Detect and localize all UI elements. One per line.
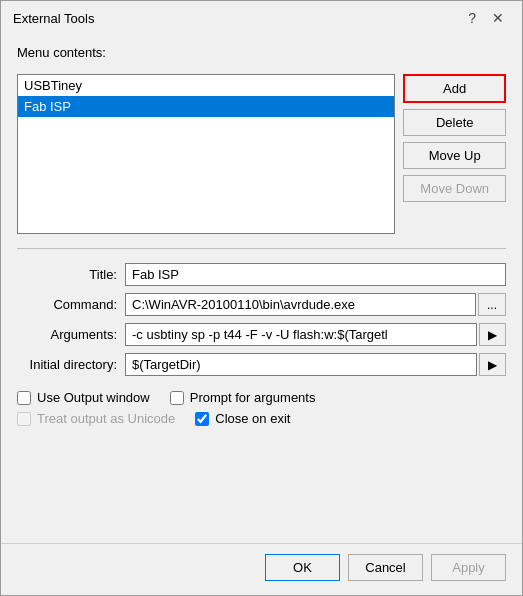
close-on-exit-item[interactable]: Close on exit — [195, 411, 290, 426]
prompt-for-args-item[interactable]: Prompt for arguments — [170, 390, 316, 405]
external-tools-dialog: External Tools ? ✕ Menu contents: USBTin… — [0, 0, 523, 596]
treat-unicode-checkbox — [17, 412, 31, 426]
move-up-button[interactable]: Move Up — [403, 142, 506, 169]
title-input-container — [125, 263, 506, 286]
command-browse-button[interactable]: ... — [478, 293, 506, 316]
prompt-for-args-label: Prompt for arguments — [190, 390, 316, 405]
title-bar-right: ? ✕ — [462, 9, 510, 27]
use-output-window-checkbox[interactable] — [17, 391, 31, 405]
initial-dir-input[interactable] — [125, 353, 477, 376]
initial-dir-arrow-button[interactable]: ▶ — [479, 353, 506, 376]
close-button[interactable]: ✕ — [486, 9, 510, 27]
title-row: Title: — [17, 263, 506, 286]
cancel-button[interactable]: Cancel — [348, 554, 423, 581]
initial-dir-label: Initial directory: — [17, 357, 117, 372]
arguments-input-container: ▶ — [125, 323, 506, 346]
arguments-arrow-button[interactable]: ▶ — [479, 323, 506, 346]
menu-item-fab-isp[interactable]: Fab ISP — [18, 96, 394, 117]
command-input-container: ... — [125, 293, 506, 316]
initial-dir-row: Initial directory: ▶ — [17, 353, 506, 376]
delete-button[interactable]: Delete — [403, 109, 506, 136]
command-input[interactable] — [125, 293, 476, 316]
dialog-title: External Tools — [13, 11, 94, 26]
menu-buttons: Add Delete Move Up Move Down — [403, 74, 506, 202]
treat-unicode-label: Treat output as Unicode — [37, 411, 175, 426]
divider — [17, 248, 506, 249]
command-label: Command: — [17, 297, 117, 312]
move-down-button[interactable]: Move Down — [403, 175, 506, 202]
close-on-exit-label: Close on exit — [215, 411, 290, 426]
menu-item-usbtiney[interactable]: USBTiney — [18, 75, 394, 96]
menu-list[interactable]: USBTiney Fab ISP — [17, 74, 395, 234]
ok-button[interactable]: OK — [265, 554, 340, 581]
title-label: Title: — [17, 267, 117, 282]
help-button[interactable]: ? — [462, 9, 482, 27]
checkbox-section: Use Output window Prompt for arguments T… — [17, 386, 506, 426]
close-on-exit-checkbox[interactable] — [195, 412, 209, 426]
command-row: Command: ... — [17, 293, 506, 316]
add-button[interactable]: Add — [403, 74, 506, 103]
treat-unicode-item: Treat output as Unicode — [17, 411, 175, 426]
prompt-for-args-checkbox[interactable] — [170, 391, 184, 405]
dialog-content: Menu contents: USBTiney Fab ISP Add Dele… — [1, 33, 522, 543]
arguments-row: Arguments: ▶ — [17, 323, 506, 346]
checkbox-row-2: Treat output as Unicode Close on exit — [17, 411, 506, 426]
menu-section: USBTiney Fab ISP Add Delete Move Up Move… — [17, 74, 506, 234]
use-output-window-label: Use Output window — [37, 390, 150, 405]
arguments-label: Arguments: — [17, 327, 117, 342]
dialog-footer: OK Cancel Apply — [1, 543, 522, 595]
menu-contents-label: Menu contents: — [17, 45, 506, 60]
initial-dir-input-container: ▶ — [125, 353, 506, 376]
arguments-input[interactable] — [125, 323, 477, 346]
apply-button[interactable]: Apply — [431, 554, 506, 581]
title-bar: External Tools ? ✕ — [1, 1, 522, 33]
title-input[interactable] — [125, 263, 506, 286]
title-bar-left: External Tools — [13, 11, 94, 26]
form-section: Title: Command: ... Arguments: ▶ — [17, 263, 506, 376]
checkbox-row-1: Use Output window Prompt for arguments — [17, 390, 506, 405]
use-output-window-item[interactable]: Use Output window — [17, 390, 150, 405]
